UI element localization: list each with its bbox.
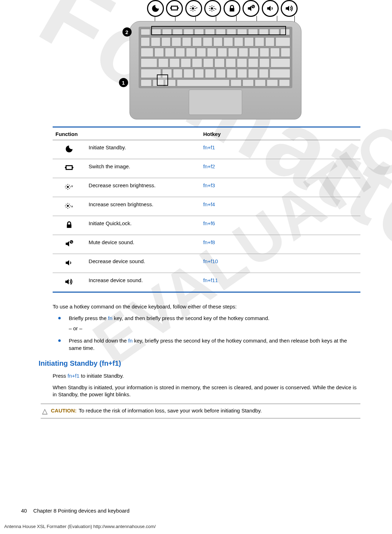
svg-line-8 — [191, 6, 191, 7]
caution-text: To reduce the risk of information loss, … — [79, 408, 262, 413]
table-header-function: Function — [53, 127, 200, 140]
volume-down-icon — [262, 0, 279, 17]
hotkey-link: fn+f1 — [68, 373, 80, 379]
hotkey-cell: fn+f2 — [200, 159, 360, 178]
chapter-label: Chapter 8 Pointing devices and keyboard — [33, 508, 129, 514]
caution-label: CAUTION: — [51, 408, 77, 413]
table-row: Increase screen brightness.fn+f4 — [53, 197, 360, 216]
svg-rect-24 — [66, 166, 72, 170]
table-row: Mute device sound.fn+f8 — [53, 235, 360, 254]
function-cell: Decrease device sound. — [86, 254, 200, 273]
section-p2: When Standby is initiated, your informat… — [53, 384, 360, 398]
evaluation-line: Antenna House XSL Formatter (Evaluation)… — [4, 524, 156, 529]
function-cell: Decrease screen brightness. — [86, 178, 200, 197]
svg-line-19 — [210, 10, 211, 11]
hotkey-cell: fn+f6 — [200, 216, 360, 235]
page-footer: 40 Chapter 8 Pointing devices and keyboa… — [21, 508, 371, 514]
section-p1: Press fn+f1 to initiate Standby. — [53, 372, 360, 379]
intro-text: To use a hotkey command on the device ke… — [53, 303, 360, 310]
svg-point-12 — [211, 7, 213, 10]
callout-2: 2 — [122, 27, 132, 37]
svg-line-32 — [66, 185, 67, 185]
function-cell: Increase device sound. — [86, 273, 200, 292]
function-cell: Initiate QuickLock. — [86, 216, 200, 235]
svg-line-35 — [69, 185, 70, 185]
or-text: – or – — [69, 325, 360, 332]
section-heading: Initiating Standby (fn+f1) — [39, 359, 360, 367]
hotkey-cell: fn+f1 — [200, 140, 360, 159]
svg-line-33 — [69, 188, 70, 189]
table-row: Decrease device sound.fn+f10 — [53, 254, 360, 273]
function-cell: Increase screen brightness. — [86, 197, 200, 216]
keyboard-figure: 1 2 — [112, 0, 301, 119]
page-number: 40 — [21, 508, 27, 514]
table-row: Switch the image.fn+f2 — [53, 159, 360, 178]
svg-line-9 — [194, 10, 195, 11]
display-icon — [166, 0, 183, 17]
lock-icon — [224, 0, 240, 17]
table-row: Initiate QuickLock.fn+f6 — [53, 216, 360, 235]
brightness-up-icon — [204, 0, 221, 17]
svg-point-3 — [192, 7, 194, 10]
hotkey-cell: fn+f4 — [200, 197, 360, 216]
volume-up-icon — [281, 0, 298, 17]
svg-rect-0 — [171, 6, 177, 10]
bright-up-icon — [53, 197, 86, 216]
svg-rect-1 — [170, 7, 171, 9]
function-cell: Mute device sound. — [86, 235, 200, 254]
table-row: Initiate Standby.fn+f1 — [53, 140, 360, 159]
svg-line-10 — [191, 10, 191, 11]
svg-rect-21 — [230, 8, 234, 12]
svg-line-41 — [66, 204, 67, 204]
svg-rect-25 — [65, 167, 66, 168]
bright-down-icon — [53, 178, 86, 197]
svg-point-36 — [67, 205, 69, 207]
moon-icon — [53, 140, 86, 159]
step-2: Press and hold down the fn key, briefly … — [53, 337, 360, 352]
svg-line-11 — [194, 6, 195, 7]
mute-icon — [242, 0, 259, 17]
moon-icon — [147, 0, 164, 17]
hotkey-cell: fn+f11 — [200, 273, 360, 292]
hotkey-table: Function Hotkey Initiate Standby.fn+f1Sw… — [53, 126, 360, 293]
svg-line-43 — [66, 207, 67, 208]
function-cell: Initiate Standby. — [86, 140, 200, 159]
svg-rect-45 — [67, 224, 72, 228]
lock-icon — [53, 216, 86, 235]
mute-icon — [53, 235, 86, 254]
svg-line-20 — [213, 6, 214, 7]
svg-line-42 — [69, 207, 70, 208]
table-header-hotkey: Hotkey — [200, 127, 360, 140]
caution-box: △ CAUTION:To reduce the risk of informat… — [41, 404, 360, 418]
table-row: Decrease screen brightness.fn+f3 — [53, 178, 360, 197]
svg-rect-2 — [178, 7, 179, 9]
svg-line-17 — [210, 6, 211, 7]
table-row: Increase device sound.fn+f11 — [53, 273, 360, 292]
display-icon — [53, 159, 86, 178]
fn-key-text: fn — [128, 338, 133, 344]
svg-point-27 — [67, 186, 69, 188]
function-cell: Switch the image. — [86, 159, 200, 178]
hotkey-cell: fn+f10 — [200, 254, 360, 273]
caution-icon: △ — [42, 408, 47, 415]
callout-1: 1 — [119, 78, 128, 87]
step-1: Briefly press the fn key, and then brief… — [53, 314, 360, 332]
fn-key-text: fn — [108, 315, 113, 321]
svg-rect-26 — [72, 167, 73, 168]
svg-line-44 — [69, 204, 70, 204]
svg-line-34 — [66, 188, 67, 189]
svg-line-18 — [213, 10, 214, 11]
vol-down-icon — [53, 254, 86, 273]
brightness-down-icon — [185, 0, 202, 17]
hotkey-cell: fn+f3 — [200, 178, 360, 197]
vol-up-icon — [53, 273, 86, 292]
hotkey-cell: fn+f8 — [200, 235, 360, 254]
